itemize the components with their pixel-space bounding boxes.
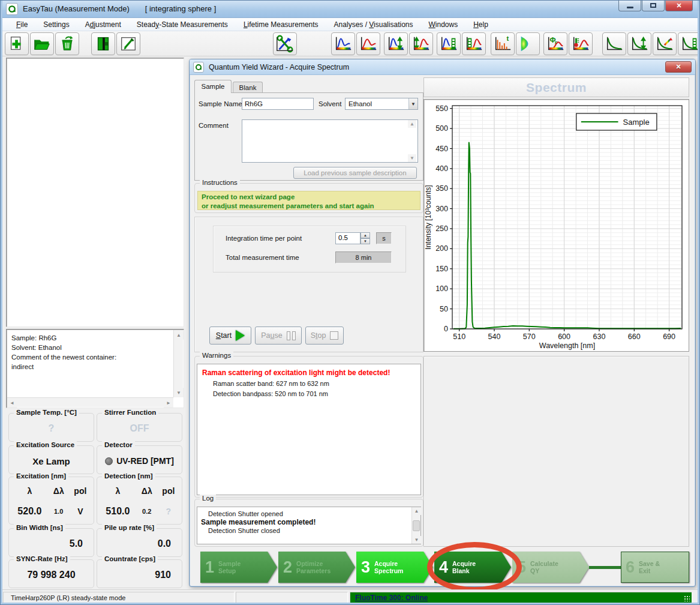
maximize-icon (650, 3, 656, 8)
detection-pol: ? (166, 507, 172, 516)
spectrum-chart[interactable]: 5105405706006306606900501001502002503003… (423, 99, 689, 352)
integration-time-input[interactable]: 0.5 (335, 232, 360, 244)
decay-anisotropy-icon[interactable] (627, 32, 651, 55)
log-title: Log (200, 495, 216, 502)
scroll-thumb[interactable] (413, 520, 420, 531)
svg-text:200: 200 (435, 244, 448, 253)
result-panel (423, 356, 689, 547)
emission-movie-icon[interactable] (462, 32, 486, 55)
pileup-box: Pile up rate [%] 0.0 (97, 528, 182, 557)
step-save-exit[interactable]: 6Save &Exit (621, 552, 689, 583)
close-button[interactable]: ✕ (665, 0, 693, 11)
excitation-spectrum-icon[interactable] (331, 32, 355, 55)
dropdown-arrow-icon[interactable]: ▼ (408, 98, 417, 109)
svg-text:350: 350 (435, 184, 448, 193)
detection-wavelength: 510.0 (106, 506, 130, 517)
maximize-button[interactable] (642, 0, 665, 11)
svg-text:150: 150 (435, 265, 448, 273)
wizard-title: Quantum Yield Wizard - Acquire Spectrum (209, 63, 349, 71)
step-calculate-qy[interactable]: 5CalculateQY (512, 552, 589, 583)
scroll-right-icon[interactable]: ► (164, 398, 173, 408)
emission-anisotropy-icon[interactable] (409, 32, 433, 55)
svg-text:690: 690 (663, 333, 675, 341)
info-line: indirect (11, 362, 169, 372)
contour-plot-icon[interactable] (516, 32, 540, 55)
manual-adjust-icon[interactable] (116, 32, 140, 55)
emission-spectrum-icon[interactable] (356, 32, 380, 55)
measurement-list[interactable] (6, 58, 184, 327)
sample-info-panel: Sample: Rh6G Solvent: Ethanol Comment of… (6, 329, 184, 408)
detection-title: Detection [nm] (102, 472, 155, 480)
scroll-up-icon[interactable]: ▲ (412, 507, 421, 515)
menu-file[interactable]: File (8, 19, 35, 31)
timetrace-icon[interactable]: t (491, 32, 515, 55)
info-line: Solvent: Ethanol (11, 343, 169, 352)
solvent-select[interactable]: Ethanol ▼ (345, 98, 418, 110)
status-spacer (236, 592, 348, 604)
annotation-ellipse (427, 542, 522, 592)
wizard-close-button[interactable]: ✕ (665, 61, 692, 73)
comment-textarea[interactable] (242, 119, 418, 163)
integration-time-stepper[interactable]: ▲ ▼ (360, 232, 370, 244)
step-optimize-parameters[interactable]: 2OptimizeParameters (278, 552, 355, 583)
instrument-setup-icon[interactable] (273, 32, 297, 55)
title-bar[interactable]: EasyTau (Measurement Mode) [ integrating… (0, 0, 700, 18)
scroll-up-icon[interactable]: ▲ (174, 330, 184, 340)
step-acquire-spectrum[interactable]: 3AcquireSpectrum (356, 552, 433, 583)
decay-movie-icon[interactable] (678, 32, 700, 55)
open-file-icon[interactable] (30, 32, 54, 55)
menu-steady-state[interactable]: Steady-State Measurements (129, 19, 236, 31)
window-context: [ integrating sphere ] (145, 4, 217, 13)
step-sample-setup[interactable]: 1SampleSetup (200, 552, 277, 583)
warnings-group: Warnings Raman scattering of excitation … (194, 356, 423, 498)
menu-settings[interactable]: Settings (35, 19, 77, 31)
scroll-down-icon[interactable]: ▼ (408, 154, 416, 162)
svg-text:Wavelength [nm]: Wavelength [nm] (539, 342, 595, 350)
decay-icon[interactable] (602, 32, 626, 55)
tab-sample[interactable]: Sample (194, 80, 232, 93)
load-previous-sample-button: Load previous sample description (293, 167, 417, 179)
quantum-yield-icon[interactable]: ΦF (543, 32, 567, 55)
scroll-left-icon[interactable]: ◄ (7, 398, 17, 408)
resize-grip[interactable] (684, 595, 690, 601)
spinner-down-icon[interactable]: ▼ (360, 238, 370, 244)
sample-compartment-icon[interactable] (91, 32, 115, 55)
delete-icon[interactable] (55, 32, 79, 55)
excitation-source-title: Excitation Source (14, 441, 77, 448)
scroll-down-icon[interactable]: ▼ (412, 536, 421, 544)
vertical-scrollbar[interactable]: ▲ ▼ (173, 330, 183, 397)
sample-temp-box: Sample Temp. [°C] ? (8, 413, 94, 442)
pileup-title: Pile up rate [%] (102, 524, 157, 531)
decay-irf-icon[interactable] (653, 32, 677, 55)
scroll-down-icon[interactable]: ▼ (174, 388, 184, 397)
excitation-anisotropy-icon[interactable] (384, 32, 408, 55)
wizard-title-bar[interactable]: Quantum Yield Wizard - Acquire Spectrum … (190, 59, 695, 75)
log-content: Detection Shutter opened Sample measurem… (197, 507, 421, 544)
scroll-up-icon[interactable]: ▲ (408, 120, 416, 128)
new-measurement-icon[interactable] (5, 32, 29, 55)
excitation-movie-icon[interactable] (437, 32, 461, 55)
quantum-yield-wizard-dialog: Quantum Yield Wizard - Acquire Spectrum … (189, 59, 696, 587)
menu-adjustment[interactable]: Adjustment (77, 19, 129, 31)
toolbar: t ΦF (0, 31, 700, 56)
svg-text:50: 50 (440, 305, 448, 313)
log-line: Detection Shutter closed (201, 526, 408, 535)
menu-lifetime[interactable]: Lifetime Measurements (236, 19, 326, 31)
sample-name-input[interactable] (242, 98, 314, 110)
menu-analyses[interactable]: Analyses / Visualisations (326, 19, 421, 31)
stop-button: Stop (305, 327, 344, 345)
menu-help[interactable]: Help (465, 19, 496, 31)
menu-windows[interactable]: Windows (420, 19, 465, 31)
temperature-series-icon[interactable] (569, 32, 593, 55)
info-line: Comment of the newest container: (11, 352, 169, 362)
pause-button: Pause (255, 327, 302, 345)
log-scrollbar[interactable]: ▲ ▼ (411, 507, 420, 544)
start-button[interactable]: Start (209, 327, 251, 345)
tab-blank[interactable]: Blank (233, 82, 263, 93)
warning-detail: Detection bandpass: 520 nm to 701 nm (202, 390, 416, 397)
info-line: Sample: Rh6G (11, 333, 169, 343)
horizontal-scrollbar[interactable]: ◄ ► (7, 397, 173, 407)
svg-text:510: 510 (453, 333, 465, 341)
spinner-up-icon[interactable]: ▲ (360, 232, 370, 238)
minimize-button[interactable] (618, 0, 641, 11)
